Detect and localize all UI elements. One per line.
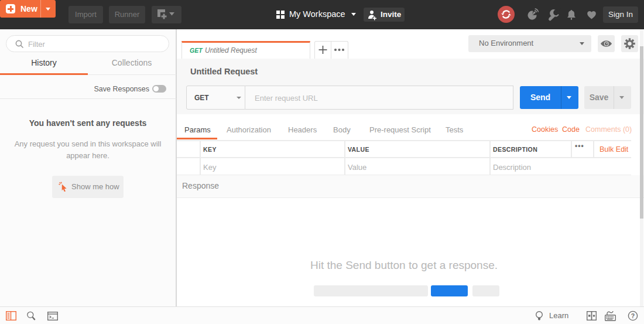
svg-text:?: ? <box>631 312 635 319</box>
